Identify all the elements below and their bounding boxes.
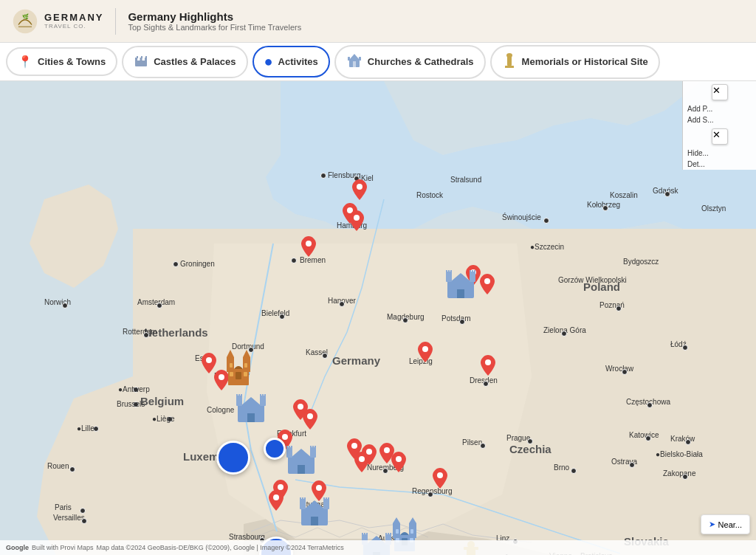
filter-label-churches: Churches & Cathedrals — [368, 56, 474, 67]
filter-label-activities: Activites — [278, 56, 318, 67]
dot-gdansk — [664, 191, 670, 197]
svg-rect-101 — [302, 497, 303, 500]
svg-marker-135 — [393, 517, 400, 523]
svg-rect-51 — [470, 272, 475, 282]
dot-versailles — [81, 518, 87, 524]
filter-btn-memorials[interactable]: Memorials or Historical Site — [490, 45, 660, 79]
svg-rect-100 — [300, 497, 301, 500]
filter-btn-cities[interactable]: 📍 Cities & Towns — [6, 47, 117, 76]
map-data-attribution: Map data ©2024 GeoBasis-DE/BKG (©2009), … — [97, 544, 344, 551]
svg-rect-116 — [362, 533, 363, 535]
castle-cologne[interactable] — [235, 388, 267, 428]
dot-flensburg — [320, 173, 326, 179]
svg-rect-117 — [364, 533, 365, 535]
dot-czestochowa — [647, 402, 653, 408]
dot-lille — [93, 426, 99, 432]
memorials-icon — [502, 52, 517, 72]
svg-rect-50 — [446, 272, 452, 282]
svg-rect-65 — [247, 413, 255, 422]
pin-regensburg[interactable] — [433, 468, 447, 492]
dot-brno — [571, 468, 577, 474]
panel-hide[interactable]: Hide... — [683, 148, 756, 159]
svg-rect-72 — [262, 394, 264, 396]
dot-poznan — [616, 306, 622, 311]
dot-rotterdam — [143, 332, 149, 338]
filter-bar: 📍 Cities & Towns Castles & Palaces ● Act… — [0, 43, 756, 81]
svg-rect-87 — [310, 446, 312, 448]
activity-circle-2[interactable] — [264, 438, 286, 460]
svg-rect-54 — [450, 270, 452, 272]
church-cologne[interactable] — [222, 350, 255, 391]
pin-leipzig[interactable] — [418, 342, 433, 365]
svg-rect-82 — [286, 447, 292, 458]
dot-groningen — [173, 261, 179, 267]
svg-point-32 — [351, 443, 357, 449]
filter-btn-castles[interactable]: Castles & Palaces — [122, 46, 247, 78]
panel-add-s[interactable]: Add S... — [683, 114, 756, 125]
navigation-icon: ➤ — [709, 520, 715, 529]
svg-rect-12 — [348, 57, 350, 61]
activity-circle-1[interactable] — [216, 441, 250, 475]
bottom-attribution: Google Built with Provi Maps Map data ©2… — [0, 540, 756, 555]
svg-rect-85 — [289, 446, 290, 448]
logo-icon: 🌿 — [12, 8, 38, 35]
panel-add-p[interactable]: Add P... — [683, 103, 756, 114]
svg-point-39 — [278, 484, 284, 490]
svg-rect-56 — [472, 270, 473, 272]
panel-det[interactable]: Det... — [683, 159, 756, 170]
header-title-area: Germany Highlights Top Sights & Landmark… — [128, 10, 301, 32]
svg-marker-125 — [227, 350, 234, 357]
pin-frankfurt-2[interactable] — [303, 409, 317, 432]
filter-btn-churches[interactable]: Churches & Cathedrals — [334, 45, 486, 79]
svg-rect-97 — [311, 517, 318, 525]
google-logo: Google — [6, 544, 29, 551]
castles-icon — [134, 53, 148, 71]
svg-rect-130 — [230, 372, 233, 376]
svg-rect-7 — [137, 56, 138, 58]
svg-rect-128 — [244, 363, 247, 368]
dot-paris — [80, 508, 86, 514]
pin-bremen[interactable] — [301, 236, 316, 260]
svg-rect-138 — [410, 529, 413, 534]
dot-ostrava — [629, 462, 635, 468]
svg-marker-136 — [409, 517, 416, 523]
panel-close-1[interactable]: ✕ — [712, 84, 728, 100]
logo-area: 🌿 GERMANY TRAVEL CO. — [12, 8, 116, 35]
page-subtitle: Top Sights & Landmarks for First Time Tr… — [128, 23, 301, 32]
svg-point-30 — [307, 413, 313, 419]
dot-kassel — [322, 353, 328, 359]
svg-rect-102 — [304, 497, 306, 500]
svg-point-38 — [316, 485, 322, 491]
pin-dresden[interactable] — [481, 355, 495, 379]
pin-lubeck[interactable] — [352, 179, 367, 203]
pin-potsdam-2[interactable] — [480, 274, 495, 297]
dot-krakow — [685, 439, 691, 445]
castle-nuremberg[interactable] — [285, 440, 317, 480]
dot-nuremberg — [382, 468, 388, 474]
svg-marker-126 — [243, 350, 250, 357]
pin-nurnberg-4[interactable] — [391, 452, 406, 475]
pin-nurnberg-5[interactable] — [354, 452, 369, 475]
svg-rect-118 — [366, 533, 368, 535]
svg-rect-105 — [328, 497, 329, 500]
pin-stuttgart-3[interactable] — [269, 490, 284, 514]
svg-point-21 — [354, 215, 360, 221]
svg-rect-103 — [323, 497, 325, 500]
map-container[interactable]: Germany Poland Czechia Austria Netherlan… — [0, 81, 756, 555]
panel-close-2[interactable]: ✕ — [712, 128, 728, 145]
svg-rect-70 — [241, 394, 242, 396]
svg-text:🌿: 🌿 — [22, 13, 29, 20]
near-me-button[interactable]: ➤ Near... — [701, 514, 750, 534]
svg-point-19 — [357, 184, 362, 190]
svg-rect-131 — [244, 372, 247, 376]
filter-label-castles: Castles & Palaces — [154, 56, 236, 67]
pin-hamburg-2[interactable] — [349, 210, 364, 234]
castle-stuttgart[interactable] — [298, 492, 331, 531]
svg-point-24 — [484, 278, 490, 284]
svg-point-25 — [422, 346, 428, 352]
dot-swinoujscie — [543, 218, 549, 224]
dot-zielona — [561, 331, 567, 337]
castle-potsdam[interactable] — [444, 264, 477, 304]
dot-prague — [527, 438, 533, 444]
filter-btn-activities[interactable]: ● Activites — [252, 46, 330, 77]
